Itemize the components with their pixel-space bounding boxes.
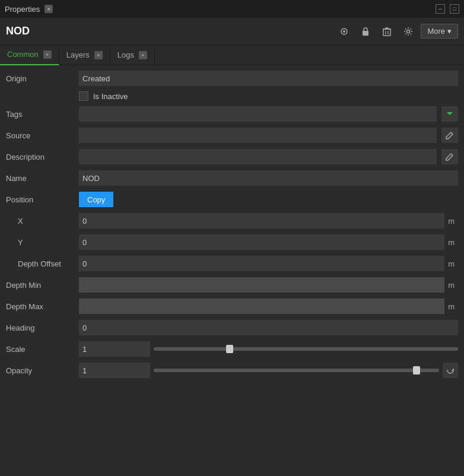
tabs-bar: Common × Layers × Logs × <box>0 45 464 65</box>
form-content: Origin Is Inactive Tags Source Descripti… <box>0 65 464 383</box>
depth-min-label: Depth Min <box>6 281 74 290</box>
tags-dropdown-btn[interactable] <box>441 106 458 122</box>
depth-max-input-wrap: m <box>79 299 458 314</box>
settings-icon-btn[interactable] <box>399 23 417 40</box>
tab-layers-close[interactable]: × <box>94 51 103 59</box>
tab-logs-close[interactable]: × <box>139 51 147 59</box>
svg-rect-3 <box>383 29 390 36</box>
lock-icon-btn[interactable] <box>357 23 374 40</box>
y-row: Y m <box>0 231 464 253</box>
source-edit-btn[interactable] <box>441 128 458 143</box>
depth-max-label: Depth Max <box>6 302 74 311</box>
opacity-slider-track[interactable] <box>154 369 439 372</box>
tab-layers-label: Layers <box>66 50 90 59</box>
opacity-slider-thumb[interactable] <box>413 366 420 375</box>
more-chevron-icon: ▾ <box>447 27 452 36</box>
refresh-icon <box>446 366 455 375</box>
lock-icon <box>361 27 370 36</box>
y-input-wrap: m <box>79 234 458 250</box>
depth-offset-row: Depth Offset m <box>0 253 464 274</box>
header: NOD More ▾ <box>0 18 464 45</box>
tags-label: Tags <box>6 110 74 119</box>
x-unit: m <box>444 213 458 229</box>
gear-icon <box>403 27 413 36</box>
minimize-btn[interactable]: ─ <box>436 4 445 14</box>
title-bar: Properties × ─ □ <box>0 0 464 18</box>
copy-button[interactable]: Copy <box>79 192 113 207</box>
origin-row: Origin <box>0 68 464 89</box>
depth-min-input[interactable] <box>79 277 444 293</box>
delete-icon-btn[interactable] <box>378 23 396 40</box>
depth-min-unit: m <box>444 277 458 293</box>
x-input[interactable] <box>79 213 444 229</box>
maximize-btn[interactable]: □ <box>450 4 459 14</box>
more-button[interactable]: More ▾ <box>421 24 458 39</box>
origin-label: Origin <box>6 74 74 83</box>
depth-max-row: Depth Max m <box>0 296 464 317</box>
tab-common-close[interactable]: × <box>43 50 52 59</box>
x-input-wrap: m <box>79 213 458 229</box>
opacity-label: Opacity <box>6 366 74 375</box>
x-row: X m <box>0 210 464 231</box>
depth-max-unit: m <box>444 299 458 314</box>
edit-icon-2 <box>446 153 454 161</box>
opacity-refresh-btn[interactable] <box>443 363 458 378</box>
chevron-down-icon <box>446 112 453 116</box>
svg-point-6 <box>407 30 410 33</box>
heading-label: Heading <box>6 323 74 332</box>
is-inactive-checkbox[interactable] <box>79 91 88 101</box>
edit-icon <box>446 131 454 139</box>
name-label: Name <box>6 174 74 183</box>
tags-input[interactable] <box>79 106 437 122</box>
svg-rect-2 <box>363 31 368 36</box>
depth-offset-label: Depth Offset <box>6 259 74 268</box>
name-input[interactable] <box>79 170 458 186</box>
scale-slider-wrap <box>79 341 458 357</box>
description-row: Description <box>0 146 464 167</box>
description-input[interactable] <box>79 149 437 164</box>
opacity-input[interactable] <box>79 363 150 378</box>
origin-input[interactable] <box>79 71 458 86</box>
pin-icon <box>339 27 349 36</box>
scale-input[interactable] <box>79 341 150 357</box>
is-inactive-row: Is Inactive <box>0 89 464 103</box>
y-input[interactable] <box>79 234 444 250</box>
source-label: Source <box>6 131 74 140</box>
depth-offset-input[interactable] <box>79 256 444 271</box>
depth-offset-unit: m <box>444 256 458 271</box>
tags-row: Tags <box>0 103 464 125</box>
description-label: Description <box>6 153 74 161</box>
depth-offset-input-wrap: m <box>79 256 458 271</box>
heading-input[interactable] <box>79 320 458 335</box>
name-row: Name <box>0 167 464 189</box>
scale-slider-thumb[interactable] <box>226 345 233 353</box>
depth-max-input[interactable] <box>79 299 444 314</box>
opacity-row: Opacity <box>0 360 464 381</box>
panel-title: NOD <box>6 25 332 37</box>
is-inactive-label: Is Inactive <box>93 92 128 101</box>
scale-row: Scale <box>0 338 464 360</box>
depth-min-row: Depth Min m <box>0 274 464 296</box>
scale-slider-track[interactable] <box>154 347 458 351</box>
more-label: More <box>427 27 445 36</box>
tab-common[interactable]: Common × <box>0 45 59 65</box>
source-row: Source <box>0 125 464 146</box>
pin-icon-btn[interactable] <box>335 23 353 40</box>
scale-label: Scale <box>6 345 74 354</box>
tab-common-label: Common <box>7 50 39 59</box>
svg-point-1 <box>343 30 345 33</box>
tab-layers[interactable]: Layers × <box>59 45 110 65</box>
position-label: Position <box>6 195 74 204</box>
title-bar-close-btn[interactable]: × <box>45 5 53 13</box>
delete-icon <box>383 27 391 36</box>
depth-min-input-wrap: m <box>79 277 458 293</box>
title-bar-label: Properties <box>5 5 40 14</box>
source-input[interactable] <box>79 128 437 143</box>
tab-logs[interactable]: Logs × <box>110 45 155 65</box>
description-edit-btn[interactable] <box>441 149 458 164</box>
y-label: Y <box>6 238 74 247</box>
tab-logs-label: Logs <box>117 50 134 59</box>
opacity-slider-wrap <box>79 363 458 378</box>
position-row: Position Copy <box>0 189 464 210</box>
x-label: X <box>6 217 74 226</box>
